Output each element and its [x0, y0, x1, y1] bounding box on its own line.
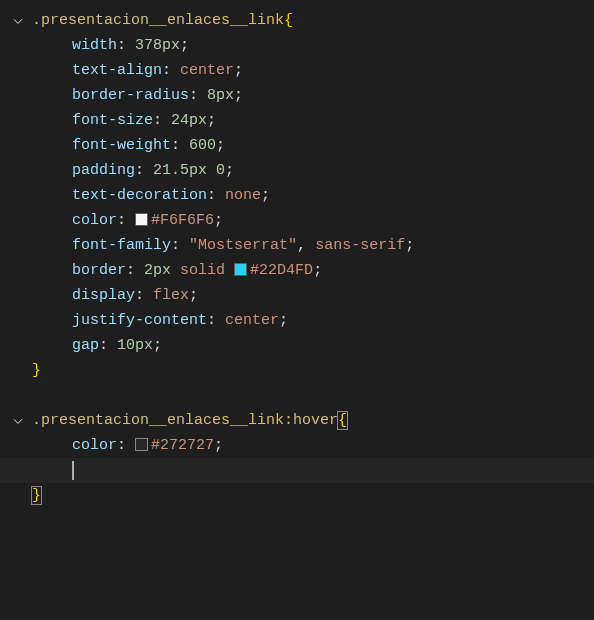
brace-open: { [337, 411, 348, 430]
css-property: display [72, 287, 135, 304]
css-value: #272727 [151, 437, 214, 454]
code-content: font-family: "Mostserrat", sans-serif; [28, 233, 414, 258]
css-value: 2px [144, 262, 171, 279]
css-property: font-weight [72, 137, 171, 154]
css-value: flex [153, 287, 189, 304]
code-content: border: 2px solid #22D4FD; [28, 258, 322, 283]
code-content: .presentacion__enlaces__link:hover{ [28, 408, 347, 433]
code-line[interactable]: font-weight: 600; [0, 133, 594, 158]
css-value: center [180, 62, 234, 79]
css-property: font-family [72, 237, 171, 254]
code-line[interactable]: text-align: center; [0, 58, 594, 83]
code-content: padding: 21.5px 0; [28, 158, 234, 183]
css-property: gap [72, 337, 99, 354]
color-swatch-icon[interactable] [234, 263, 247, 276]
color-swatch-icon[interactable] [135, 438, 148, 451]
code-content: gap: 10px; [28, 333, 162, 358]
code-content: font-weight: 600; [28, 133, 225, 158]
css-value: #22D4FD [250, 262, 313, 279]
code-content [28, 458, 74, 483]
code-line[interactable]: .presentacion__enlaces__link{ [0, 8, 594, 33]
code-line[interactable]: } [0, 358, 594, 383]
text-cursor [72, 461, 74, 480]
code-content: color: #F6F6F6; [28, 208, 223, 233]
css-value: center [225, 312, 279, 329]
css-property: text-decoration [72, 187, 207, 204]
css-value: 10px [117, 337, 153, 354]
css-value: 21.5px [153, 162, 207, 179]
css-value: #F6F6F6 [151, 212, 214, 229]
code-line[interactable]: justify-content: center; [0, 308, 594, 333]
code-line[interactable]: gap: 10px; [0, 333, 594, 358]
brace-close: } [31, 486, 42, 505]
css-property: justify-content [72, 312, 207, 329]
code-line[interactable]: text-decoration: none; [0, 183, 594, 208]
code-content: display: flex; [28, 283, 198, 308]
css-value: 0 [216, 162, 225, 179]
code-line[interactable] [0, 458, 594, 483]
css-selector: .presentacion__enlaces__link [32, 12, 284, 29]
code-content: } [28, 358, 41, 383]
code-line[interactable] [0, 383, 594, 408]
code-line[interactable]: color: #272727; [0, 433, 594, 458]
code-editor[interactable]: .presentacion__enlaces__link{ width: 378… [0, 0, 594, 516]
css-value: sans-serif [315, 237, 405, 254]
code-content: width: 378px; [28, 33, 189, 58]
css-property: border [72, 262, 126, 279]
code-content: text-align: center; [28, 58, 243, 83]
css-value: solid [180, 262, 225, 279]
css-value: none [225, 187, 261, 204]
code-content: border-radius: 8px; [28, 83, 243, 108]
code-line[interactable]: padding: 21.5px 0; [0, 158, 594, 183]
code-line[interactable]: } [0, 483, 594, 508]
code-content: .presentacion__enlaces__link{ [28, 8, 293, 33]
code-line[interactable]: color: #F6F6F6; [0, 208, 594, 233]
code-line[interactable]: width: 378px; [0, 33, 594, 58]
code-line[interactable]: font-size: 24px; [0, 108, 594, 133]
code-content: text-decoration: none; [28, 183, 270, 208]
code-content: font-size: 24px; [28, 108, 216, 133]
code-content: color: #272727; [28, 433, 223, 458]
code-line[interactable]: border-radius: 8px; [0, 83, 594, 108]
fold-chevron-icon[interactable] [8, 414, 28, 428]
code-content: } [28, 483, 41, 508]
fold-chevron-icon[interactable] [8, 14, 28, 28]
code-line[interactable]: .presentacion__enlaces__link:hover{ [0, 408, 594, 433]
css-property: border-radius [72, 87, 189, 104]
css-property: font-size [72, 112, 153, 129]
code-line[interactable]: border: 2px solid #22D4FD; [0, 258, 594, 283]
css-property: text-align [72, 62, 162, 79]
css-value: 378px [135, 37, 180, 54]
css-value: 8px [207, 87, 234, 104]
css-value: "Mostserrat" [189, 237, 297, 254]
css-value: 600 [189, 137, 216, 154]
css-property: width [72, 37, 117, 54]
color-swatch-icon[interactable] [135, 213, 148, 226]
css-property: color [72, 437, 117, 454]
css-value: 24px [171, 112, 207, 129]
code-line[interactable]: display: flex; [0, 283, 594, 308]
css-selector: .presentacion__enlaces__link:hover [32, 412, 338, 429]
css-property: padding [72, 162, 135, 179]
brace-close: } [32, 362, 41, 379]
brace-open: { [284, 12, 293, 29]
code-content: justify-content: center; [28, 308, 288, 333]
code-line[interactable]: font-family: "Mostserrat", sans-serif; [0, 233, 594, 258]
css-property: color [72, 212, 117, 229]
